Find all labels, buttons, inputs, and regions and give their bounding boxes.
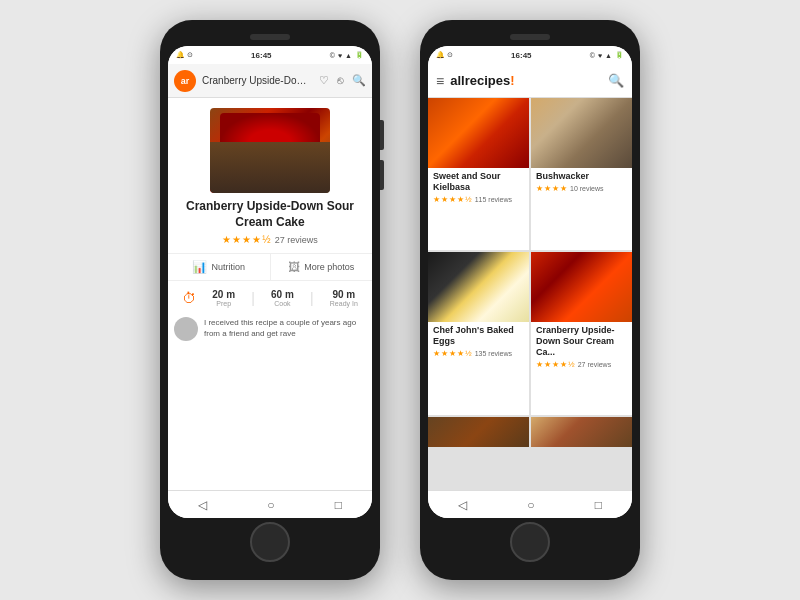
share-icon[interactable]: ⎋ [337,74,344,87]
card-image-2 [531,98,632,168]
nav-bar-2: ◁ ○ □ [428,490,632,518]
status-right-icons-2: © ♥ ▲ 🔋 [590,51,624,59]
status-time-2: 16:45 [511,51,531,60]
review-count: 27 reviews [275,235,318,245]
partial-card-2 [531,417,632,447]
photos-label: More photos [304,262,354,272]
partial-image-2 [531,417,632,447]
recipe-grid: Sweet and Sour Kielbasa ★★★★½ 115 review… [428,98,632,490]
action-row: 📊 Nutrition 🖼 More photos [168,253,372,281]
app2-header: ≡ allrecipes! 🔍 [428,64,632,98]
home-button[interactable]: ○ [267,498,274,512]
rating-row: ★★★★½ 27 reviews [168,234,372,245]
status-time-1: 16:45 [251,51,271,60]
screen-1: 🔔 ⊙ 16:45 © ♥ ▲ 🔋 ar Cranberry Upside-Do… [168,46,372,518]
search-button[interactable]: 🔍 [608,73,624,88]
recipe-card-2[interactable]: Bushwacker ★★★★ 10 reviews [531,98,632,250]
cook-value: 60 m [271,289,294,300]
ready-value: 90 m [330,289,358,300]
partial-image-1 [428,417,529,447]
review-text: I received this recipe a couple of years… [204,317,366,339]
card-image-1 [428,98,529,168]
status-left-icons: 🔔 ⊙ [176,51,193,59]
recipe-card-3[interactable]: Chef John's Baked Eggs ★★★★½ 135 reviews [428,252,529,415]
cook-time: 60 m Cook [271,289,294,307]
recipe-image [210,108,330,193]
card-info-3: Chef John's Baked Eggs ★★★★½ 135 reviews [428,322,529,362]
ready-time: 90 m Ready In [330,289,358,307]
card-stars-3: ★★★★½ [433,349,473,358]
card-title-2: Bushwacker [536,171,627,182]
recipe-header-title: Cranberry Upside-Down S... [202,75,313,86]
card-rating-1: ★★★★½ 115 reviews [433,195,524,204]
home-button-2[interactable]: ○ [527,498,534,512]
nutrition-button[interactable]: 📊 Nutrition [168,254,271,280]
card-reviews-2: 10 reviews [570,185,603,192]
nav-bar-1: ◁ ○ □ [168,490,372,518]
phone-2: 🔔 ⊙ 16:45 © ♥ ▲ 🔋 ≡ allrecipes! 🔍 Swe [420,20,640,580]
card-reviews-3: 135 reviews [475,350,512,357]
photos-icon: 🖼 [288,260,300,274]
card-info-4: Cranberry Upside-Down Sour Cream Ca... ★… [531,322,632,372]
card-info-2: Bushwacker ★★★★ 10 reviews [531,168,632,197]
screen-2: 🔔 ⊙ 16:45 © ♥ ▲ 🔋 ≡ allrecipes! 🔍 Swe [428,46,632,518]
prep-time: 20 m Prep [212,289,235,307]
recents-button[interactable]: □ [335,498,342,512]
star-rating: ★★★★½ [222,234,271,245]
status-right-icons-1: © ♥ ▲ 🔋 [330,51,364,59]
app1-header: ar Cranberry Upside-Down S... ♡ ⎋ 🔍 [168,64,372,98]
card-rating-3: ★★★★½ 135 reviews [433,349,524,358]
clock-icon: ⏱ [182,290,196,306]
card-stars-1: ★★★★½ [433,195,473,204]
card-reviews-4: 27 reviews [578,361,611,368]
photos-button[interactable]: 🖼 More photos [271,254,373,280]
menu-icon[interactable]: ≡ [436,73,444,89]
card-title-1: Sweet and Sour Kielbasa [433,171,524,193]
recipe-card-1[interactable]: Sweet and Sour Kielbasa ★★★★½ 115 review… [428,98,529,250]
phone-1: 🔔 ⊙ 16:45 © ♥ ▲ 🔋 ar Cranberry Upside-Do… [160,20,380,580]
back-button[interactable]: ◁ [198,498,207,512]
nutrition-icon: 📊 [192,260,207,274]
card-title-4: Cranberry Upside-Down Sour Cream Ca... [536,325,627,357]
card-stars-4: ★★★★½ [536,360,576,369]
status-bar-1: 🔔 ⊙ 16:45 © ♥ ▲ 🔋 [168,46,372,64]
recents-button-2[interactable]: □ [595,498,602,512]
review-section: I received this recipe a couple of years… [168,311,372,490]
card-rating-2: ★★★★ 10 reviews [536,184,627,193]
back-button-2[interactable]: ◁ [458,498,467,512]
status-bar-2: 🔔 ⊙ 16:45 © ♥ ▲ 🔋 [428,46,632,64]
recipe-card-4[interactable]: Cranberry Upside-Down Sour Cream Ca... ★… [531,252,632,415]
favorite-icon[interactable]: ♡ [319,74,329,87]
recipe-title: Cranberry Upside-Down Sour Cream Cake [168,199,372,230]
cook-label: Cook [271,300,294,307]
app1-content: Cranberry Upside-Down Sour Cream Cake ★★… [168,98,372,490]
card-info-1: Sweet and Sour Kielbasa ★★★★½ 115 review… [428,168,529,208]
status-left-2: 🔔 ⊙ [436,51,453,59]
ready-label: Ready In [330,300,358,307]
card-image-3 [428,252,529,322]
allrecipes-logo-icon: ar [174,70,196,92]
card-reviews-1: 115 reviews [475,196,512,203]
nutrition-label: Nutrition [211,262,245,272]
time-row: ⏱ 20 m Prep | 60 m Cook | 90 m Ready In [168,285,372,311]
partial-card-1 [428,417,529,447]
card-title-3: Chef John's Baked Eggs [433,325,524,347]
reviewer-avatar [174,317,198,341]
recipe-image-bg [210,108,330,193]
allrecipes-exclaim: ! [510,73,514,88]
allrecipes-brand: allrecipes! [450,73,602,88]
card-stars-2: ★★★★ [536,184,568,193]
card-rating-4: ★★★★½ 27 reviews [536,360,627,369]
search-icon[interactable]: 🔍 [352,74,366,87]
prep-label: Prep [212,300,235,307]
card-image-4 [531,252,632,322]
prep-value: 20 m [212,289,235,300]
header-actions: ♡ ⎋ 🔍 [319,74,366,87]
